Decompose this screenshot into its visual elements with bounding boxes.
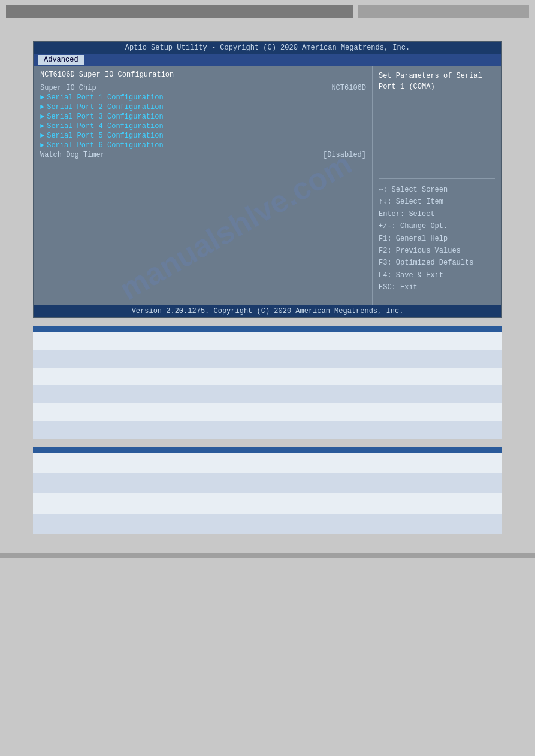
- bios-right-panel: Set Parameters of Serial Port 1 (COMA) ↔…: [373, 66, 501, 305]
- table-2col-cell-3-1: [268, 385, 503, 403]
- table-3col-cell-2-0: [33, 493, 189, 514]
- table-2col-cell-2-0: [33, 368, 268, 385]
- menu-item-3[interactable]: ► Serial Port 4 Configuration: [40, 122, 366, 130]
- table-3col-cell-3-0: [33, 514, 189, 534]
- table-3col-cell-1-2: [346, 473, 502, 493]
- menu-item-5[interactable]: ► Serial Port 6 Configuration: [40, 141, 366, 150]
- top-bar-right: [358, 5, 529, 18]
- key-help-3: +/-: Change Opt.: [379, 220, 495, 232]
- menu-item-2[interactable]: ► Serial Port 3 Configuration: [40, 113, 366, 121]
- bios-section-title: NCT6106D Super IO Configuration: [40, 71, 366, 79]
- arrow-icon-4: ►: [40, 132, 44, 140]
- table-2col: [33, 326, 502, 439]
- table-row: [33, 421, 502, 439]
- table-row: [33, 385, 502, 403]
- table-2col-section: [33, 326, 502, 439]
- table-3col-header-row: [33, 447, 502, 453]
- menu-item-4[interactable]: ► Serial Port 5 Configuration: [40, 132, 366, 140]
- table-2col-cell-5-1: [268, 421, 503, 439]
- table-2col-cell-3-0: [33, 385, 268, 403]
- arrow-icon-5: ►: [40, 141, 44, 150]
- table-2col-header-0: [33, 326, 268, 332]
- table-row: [33, 332, 502, 350]
- bios-screen: Aptio Setup Utility - Copyright (C) 2020…: [33, 41, 502, 318]
- bios-key-help: ↔: Select Screen ↑↓: Select Item Enter: …: [379, 184, 495, 294]
- table-3col-cell-3-2: [346, 514, 502, 534]
- watch-dog-label: Watch Dog Timer: [40, 151, 105, 159]
- table-2col-cell-1-0: [33, 350, 268, 368]
- bios-left-panel: NCT6106D Super IO Configuration Super IO…: [34, 66, 373, 305]
- bios-titlebar: Aptio Setup Utility - Copyright (C) 2020…: [34, 42, 501, 54]
- table-2col-cell-2-1: [268, 368, 503, 385]
- arrow-icon-0: ►: [40, 93, 44, 102]
- key-help-8: ESC: Exit: [379, 281, 495, 293]
- bios-statusbar: Version 2.20.1275. Copyright (C) 2020 Am…: [34, 305, 501, 317]
- table-2col-cell-5-0: [33, 421, 268, 439]
- table-3col-cell-3-1: [189, 514, 346, 534]
- menu-item-1[interactable]: ► Serial Port 2 Configuration: [40, 103, 366, 111]
- bios-content: NCT6106D Super IO Configuration Super IO…: [34, 66, 501, 305]
- watch-dog-value: [Disabled]: [323, 151, 366, 159]
- table-3col-cell-2-1: [189, 493, 346, 514]
- super-io-value: NCT6106D: [331, 84, 366, 92]
- key-help-0: ↔: Select Screen: [379, 184, 495, 196]
- menu-item-label-2[interactable]: Serial Port 3 Configuration: [47, 113, 163, 121]
- table-2col-cell-1-1: [268, 350, 503, 368]
- table-row: [33, 350, 502, 368]
- bios-help-text: Set Parameters of Serial Port 1 (COMA): [379, 71, 495, 92]
- super-io-row: Super IO Chip NCT6106D: [40, 84, 366, 92]
- menu-item-0[interactable]: ► Serial Port 1 Configuration: [40, 93, 366, 102]
- menu-item-label-4[interactable]: Serial Port 5 Configuration: [47, 132, 163, 140]
- arrow-icon-1: ►: [40, 103, 44, 111]
- table-3col-header-0: [33, 447, 189, 453]
- table-row: [33, 514, 502, 534]
- bios-divider: [379, 178, 495, 179]
- table-3col: [33, 447, 502, 534]
- table-3col-cell-0-0: [33, 453, 189, 473]
- table-2col-cell-0-1: [268, 332, 503, 350]
- tab-advanced[interactable]: Advanced: [38, 55, 84, 65]
- key-help-7: F4: Save & Exit: [379, 269, 495, 281]
- menu-item-label-0[interactable]: Serial Port 1 Configuration: [47, 93, 163, 102]
- table-3col-section: [33, 447, 502, 534]
- menu-item-label-3[interactable]: Serial Port 4 Configuration: [47, 122, 163, 130]
- table-3col-cell-0-1: [189, 453, 346, 473]
- table-2col-header-1: [268, 326, 503, 332]
- watch-dog-row: Watch Dog Timer [Disabled]: [40, 151, 366, 159]
- super-io-label: Super IO Chip: [40, 84, 96, 92]
- table-2col-cell-4-1: [268, 403, 503, 421]
- bottom-bar: [0, 553, 535, 558]
- arrow-icon-2: ►: [40, 113, 44, 121]
- key-help-4: F1: General Help: [379, 233, 495, 245]
- menu-item-label-5[interactable]: Serial Port 6 Configuration: [47, 141, 163, 150]
- table-2col-cell-4-0: [33, 403, 268, 421]
- table-2col-cell-0-0: [33, 332, 268, 350]
- table-3col-header-2: [346, 447, 502, 453]
- table-row: [33, 403, 502, 421]
- table-row: [33, 453, 502, 473]
- table-3col-cell-2-2: [346, 493, 502, 514]
- bios-statusbar-text: Version 2.20.1275. Copyright (C) 2020 Am…: [132, 307, 404, 315]
- table-row: [33, 368, 502, 385]
- table-row: [33, 473, 502, 493]
- table-3col-header-1: [189, 447, 346, 453]
- table-row: [33, 493, 502, 514]
- top-bar-left: [6, 5, 353, 18]
- key-help-5: F2: Previous Values: [379, 245, 495, 257]
- bios-tabbar[interactable]: Advanced: [34, 54, 501, 66]
- table-2col-header-row: [33, 326, 502, 332]
- key-help-2: Enter: Select: [379, 208, 495, 220]
- arrow-icon-3: ►: [40, 122, 44, 130]
- table-3col-cell-0-2: [346, 453, 502, 473]
- menu-item-label-1[interactable]: Serial Port 2 Configuration: [47, 103, 163, 111]
- table-3col-cell-1-0: [33, 473, 189, 493]
- table-3col-cell-1-1: [189, 473, 346, 493]
- key-help-1: ↑↓: Select Item: [379, 196, 495, 208]
- bios-title-text: Aptio Setup Utility - Copyright (C) 2020…: [125, 44, 410, 52]
- key-help-6: F3: Optimized Defaults: [379, 257, 495, 269]
